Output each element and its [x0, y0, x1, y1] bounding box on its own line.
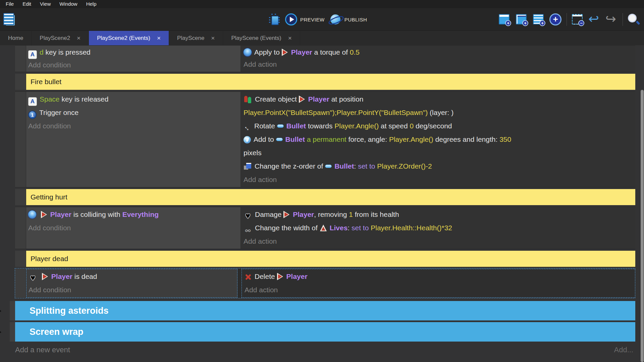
event-row-selected[interactable]: ♥ Player is deadAdd conditionDelete Play…: [15, 268, 635, 298]
menu-view[interactable]: View: [36, 0, 55, 8]
add-action-placeholder[interactable]: Add action: [244, 173, 634, 186]
condition-item[interactable]: ASpace key is released: [28, 93, 239, 106]
event-margin[interactable]: [15, 189, 26, 205]
event-margin[interactable]: [15, 92, 26, 187]
tab-close-icon[interactable]: ×: [288, 35, 292, 42]
player-icon: [42, 273, 49, 281]
action-item[interactable]: ♥Damage Player, removing 1 from its heal…: [244, 208, 634, 221]
event-margin[interactable]: [15, 74, 26, 90]
event-margin[interactable]: [15, 269, 26, 298]
remove-event-icon[interactable]: −: [571, 13, 584, 26]
gdevelop-app: FileEditViewWindowHelp PREVIEW PUBLISH +…: [0, 0, 644, 362]
redo-icon[interactable]: +: [605, 13, 618, 26]
group-margin: [10, 301, 15, 320]
add-condition-placeholder[interactable]: Add condition: [28, 221, 239, 235]
group-row[interactable]: Screen wrap: [10, 322, 635, 342]
tab-label: Home: [8, 35, 23, 42]
condition-item[interactable]: Player is colliding with Everything: [28, 208, 239, 221]
comment-text[interactable]: Player dead: [26, 251, 635, 267]
preview-play-icon: [285, 13, 297, 25]
actions-column: Delete PlayerAdd action: [241, 269, 635, 298]
group-title[interactable]: Splitting asteroids: [15, 301, 635, 320]
event-row[interactable]: Player is colliding with EverythingAdd c…: [15, 207, 635, 249]
menu-edit[interactable]: Edit: [18, 0, 36, 8]
add-comment-icon[interactable]: +: [532, 13, 545, 26]
create-object-icon: [244, 95, 252, 103]
toolbar-separator: [567, 13, 567, 26]
event-row[interactable]: ASpace key is released1Trigger onceAdd c…: [15, 92, 635, 187]
tab-playscene2[interactable]: PlayScene2×: [32, 31, 89, 45]
action-item[interactable]: Apply to Player a torque of 0.5: [244, 46, 634, 58]
keyboard-icon: A: [28, 50, 37, 59]
add-subevent-icon[interactable]: +: [515, 13, 528, 26]
action-item[interactable]: Delete Player: [245, 270, 634, 283]
action-item[interactable]: Change the z-order of Bullet: set to Pla…: [244, 160, 634, 173]
event-margin[interactable]: [15, 46, 26, 72]
comment-row[interactable]: Getting hurt: [15, 189, 635, 205]
conditions-column: Player is colliding with EverythingAdd c…: [26, 207, 241, 249]
group-title[interactable]: Screen wrap: [15, 322, 635, 342]
action-item[interactable]: ↔Rotate Bullet towards Player.Angle() at…: [244, 119, 634, 133]
events-sheet: Ad key is pressedAdd conditionApply to P…: [0, 45, 644, 362]
add-button[interactable]: Add...: [614, 346, 633, 354]
physics-icon: [244, 48, 252, 56]
preview-button[interactable]: PREVIEW: [285, 13, 325, 25]
search-icon[interactable]: +: [627, 13, 640, 26]
comment-row[interactable]: Player dead: [15, 251, 635, 267]
preview-label: PREVIEW: [300, 17, 325, 22]
add-action-placeholder[interactable]: Add action: [244, 235, 634, 248]
tab-playscene[interactable]: PlayScene×: [169, 31, 223, 45]
bullet-icon: [277, 124, 284, 128]
comment-row[interactable]: Fire bullet: [15, 74, 635, 90]
action-item[interactable]: ↔Change the width of Lives: set to Playe…: [244, 221, 634, 235]
tab-playscene-events-[interactable]: PlayScene (Events)×: [223, 31, 300, 45]
keyboard-icon: A: [28, 97, 37, 106]
menu-file[interactable]: File: [1, 0, 18, 8]
tab-label: PlayScene2 (Events): [97, 35, 150, 42]
condition-item[interactable]: 1Trigger once: [28, 106, 239, 119]
condition-item[interactable]: ♥ Player is dead: [29, 270, 236, 283]
event-margin[interactable]: [15, 207, 26, 249]
undo-icon[interactable]: +: [588, 13, 601, 26]
add-action-placeholder[interactable]: Add action: [245, 283, 634, 297]
tab-close-icon[interactable]: ×: [157, 35, 161, 42]
trigger-once-icon: 1: [28, 111, 37, 119]
tab-playscene2-events-[interactable]: PlayScene2 (Events)×: [89, 31, 169, 45]
add-condition-placeholder[interactable]: Add condition: [29, 283, 236, 297]
actions-column: Create object Player at positionPlayer.P…: [241, 92, 635, 187]
menu-window[interactable]: Window: [55, 0, 82, 8]
action-item[interactable]: Add to Bullet a permanent force, angle: …: [244, 133, 634, 160]
player-icon: [41, 210, 48, 219]
menu-help[interactable]: Help: [82, 0, 101, 8]
comment-text[interactable]: Fire bullet: [26, 74, 635, 90]
event-row[interactable]: Ad key is pressedAdd conditionApply to P…: [15, 45, 635, 72]
collapse-triangle-icon[interactable]: [0, 308, 1, 314]
add-event-icon[interactable]: +: [498, 13, 511, 26]
rotate-icon: ↔: [242, 122, 253, 133]
project-manager-icon[interactable]: [3, 13, 16, 26]
comment-text[interactable]: Getting hurt: [26, 189, 635, 205]
condition-item[interactable]: Ad key is pressed: [28, 46, 239, 59]
add-new-icon[interactable]: +: [549, 13, 562, 26]
action-item[interactable]: Create object Player at positionPlayer.P…: [244, 93, 634, 119]
tab-label: PlayScene (Events): [231, 35, 281, 42]
event-margin[interactable]: [15, 251, 26, 267]
tab-home[interactable]: Home: [0, 31, 32, 45]
conditions-column: ASpace key is released1Trigger onceAdd c…: [26, 92, 241, 187]
bullet-icon: [325, 165, 332, 168]
add-action-placeholder[interactable]: Add action: [244, 58, 634, 70]
collapse-triangle-icon[interactable]: [0, 329, 1, 335]
player-icon: [277, 273, 284, 281]
add-condition-placeholder[interactable]: Add condition: [28, 59, 239, 71]
force-icon: [244, 136, 251, 143]
group-row[interactable]: Splitting asteroids: [10, 301, 635, 320]
add-new-event-placeholder[interactable]: Add a new event: [15, 346, 70, 354]
player-icon: [283, 210, 290, 219]
tab-close-icon[interactable]: ×: [77, 35, 80, 42]
vertical-scrollbar[interactable]: [641, 90, 644, 362]
tab-close-icon[interactable]: ×: [211, 35, 215, 42]
delete-icon: [245, 273, 252, 281]
debug-icon[interactable]: [268, 13, 280, 26]
add-condition-placeholder[interactable]: Add condition: [28, 119, 239, 133]
publish-button[interactable]: PUBLISH: [329, 13, 367, 25]
